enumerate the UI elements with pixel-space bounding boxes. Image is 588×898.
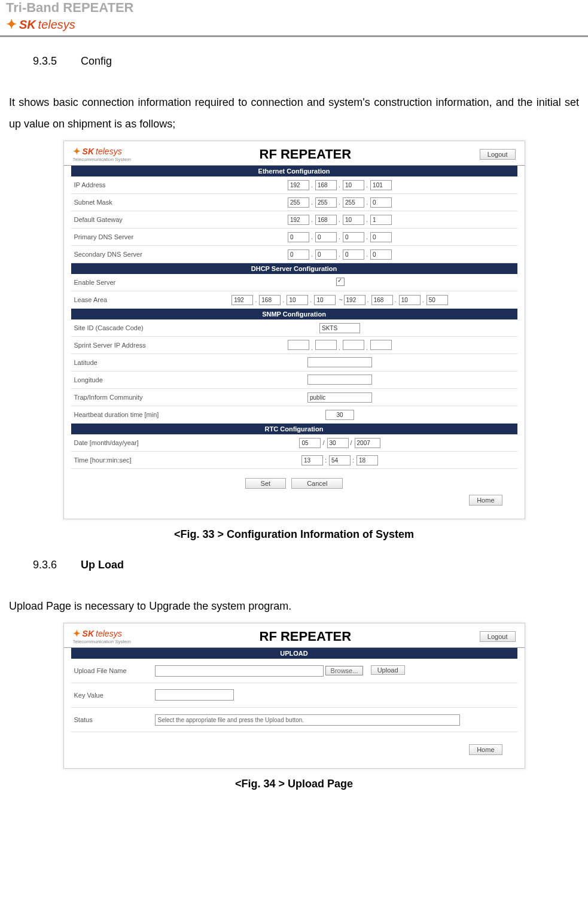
gateway-octet-input[interactable]: 1 [370, 215, 392, 225]
subnet-octet-input[interactable]: 0 [370, 197, 392, 208]
rtc-config-header: RTC Configuration [71, 424, 517, 434]
time-label: Time [hour:min:sec] [71, 456, 164, 464]
pdns-octet-input[interactable]: 0 [370, 232, 392, 242]
fig34-logo: ✦ SK telesys Telecommunication System [73, 628, 131, 644]
fig33-logo: ✦ SK telesys Telecommunication System [73, 146, 131, 162]
enable-server-label: Enable Server [71, 279, 164, 286]
sdns-octet-input[interactable]: 0 [370, 249, 392, 260]
latitude-input[interactable] [307, 357, 372, 367]
upload-file-label: Upload File Name [71, 667, 152, 674]
date-year-input[interactable]: 2007 [355, 438, 380, 448]
time-min-input[interactable]: 54 [329, 455, 351, 465]
lease-area-label: Lease Area [71, 296, 164, 303]
logout-button[interactable]: Logout [480, 631, 516, 642]
date-day-input[interactable]: 30 [327, 438, 349, 448]
lease-end-input[interactable]: 168 [371, 295, 393, 305]
dhcp-config-header: DHCP Server Configuration [71, 263, 517, 274]
star-icon: ✦ [73, 146, 81, 156]
figure-33: ✦ SK telesys Telecommunication System RF… [63, 141, 525, 519]
ip-octet-input[interactable]: 10 [343, 180, 364, 190]
site-id-input[interactable]: SKTS [319, 323, 360, 333]
heartbeat-input[interactable]: 30 [325, 410, 354, 420]
logo-sk: SK [83, 629, 94, 638]
logo-sk: SK [83, 147, 94, 156]
site-id-label: Site ID (Cascade Code) [71, 324, 164, 331]
date-month-input[interactable]: 05 [299, 438, 321, 448]
time-hour-input[interactable]: 13 [301, 455, 323, 465]
gateway-octet-input[interactable]: 10 [343, 215, 364, 225]
upload-file-input[interactable] [155, 665, 324, 677]
lease-end-input[interactable]: 10 [399, 295, 421, 305]
set-button[interactable]: Set [245, 478, 287, 489]
subnet-octet-input[interactable]: 255 [288, 197, 309, 208]
sprint-ip-input[interactable] [370, 340, 392, 350]
browse-button[interactable]: Browse... [325, 666, 364, 675]
logo-sk: SK [19, 18, 36, 31]
sprint-ip-input[interactable] [343, 340, 364, 350]
doc-logo: ✦ SK telesys [6, 17, 582, 35]
sdns-octet-input[interactable]: 0 [315, 249, 337, 260]
date-label: Date [month/day/year] [71, 439, 164, 446]
logo-telesys: telesys [96, 147, 122, 156]
sprint-ip-input[interactable] [315, 340, 337, 350]
lease-start-input[interactable]: 10 [314, 295, 336, 305]
primary-dns-label: Primary DNS Server [71, 233, 164, 241]
pdns-octet-input[interactable]: 0 [315, 232, 337, 242]
key-value-label: Key Value [71, 692, 152, 699]
doc-title: Tri-Band REPEATER [6, 0, 582, 16]
heartbeat-label: Heartbeat duration time [min] [71, 411, 164, 418]
secondary-dns-label: Secondary DNS Server [71, 251, 164, 258]
ip-address-label: IP Address [71, 181, 164, 188]
lease-start-input[interactable]: 10 [287, 295, 308, 305]
sprint-server-label: Sprint Server IP Address [71, 342, 164, 349]
ip-octet-input[interactable]: 101 [370, 180, 392, 190]
pdns-octet-input[interactable]: 0 [288, 232, 309, 242]
home-button[interactable]: Home [469, 495, 502, 506]
pdns-octet-input[interactable]: 0 [343, 232, 364, 242]
default-gateway-label: Default Gateway [71, 216, 164, 223]
trap-community-input[interactable]: public [307, 392, 372, 403]
body-text-upload: Upload Page is necessary to Upgrade the … [9, 595, 579, 617]
lease-start-input[interactable]: 192 [231, 295, 253, 305]
upload-header: UPLOAD [71, 648, 517, 659]
sprint-ip-input[interactable] [288, 340, 309, 350]
section-heading-config: 9.3.5 Config [9, 55, 579, 68]
snmp-config-header: SNMP Configuration [71, 309, 517, 319]
longitude-label: Longitude [71, 376, 164, 383]
gateway-octet-input[interactable]: 192 [288, 215, 309, 225]
body-text-config: It shows basic connection information re… [9, 92, 579, 135]
sdns-octet-input[interactable]: 0 [288, 249, 309, 260]
lease-start-input[interactable]: 168 [259, 295, 281, 305]
ethernet-config-header: Ethernet Configuration [71, 166, 517, 176]
enable-server-checkbox[interactable] [336, 278, 345, 286]
subnet-octet-input[interactable]: 255 [343, 197, 364, 208]
status-display: Select the appropriate file and press th… [155, 714, 460, 726]
star-icon: ✦ [73, 628, 81, 638]
time-sec-input[interactable]: 18 [357, 455, 378, 465]
logout-button[interactable]: Logout [480, 149, 516, 160]
ip-octet-input[interactable]: 192 [288, 180, 309, 190]
gateway-octet-input[interactable]: 168 [315, 215, 337, 225]
fig34-title: RF REPEATER [131, 629, 480, 644]
home-button[interactable]: Home [469, 744, 502, 755]
latitude-label: Latitude [71, 359, 164, 366]
page-header: Tri-Band REPEATER ✦ SK telesys [0, 0, 588, 37]
figure-34-caption: <Fig. 34 > Upload Page [9, 778, 579, 790]
section-heading-upload: 9.3.6 Up Load [9, 559, 579, 571]
status-label: Status [71, 716, 152, 723]
subnet-mask-label: Subnet Mask [71, 199, 164, 206]
key-value-input[interactable] [155, 689, 234, 701]
fig33-title: RF REPEATER [131, 147, 480, 162]
lease-end-input[interactable]: 192 [344, 295, 365, 305]
logo-telesys: telesys [96, 629, 122, 638]
cancel-button[interactable]: Cancel [291, 478, 343, 489]
lease-end-input[interactable]: 50 [426, 295, 448, 305]
figure-34: ✦ SK telesys Telecommunication System RF… [63, 623, 525, 769]
subnet-octet-input[interactable]: 255 [315, 197, 337, 208]
upload-button[interactable]: Upload [371, 665, 405, 675]
ip-octet-input[interactable]: 168 [315, 180, 337, 190]
longitude-input[interactable] [307, 375, 372, 385]
sdns-octet-input[interactable]: 0 [343, 249, 364, 260]
trap-community-label: Trap/Inform Community [71, 394, 164, 401]
figure-33-caption: <Fig. 33 > Configuration Information of … [9, 528, 579, 541]
